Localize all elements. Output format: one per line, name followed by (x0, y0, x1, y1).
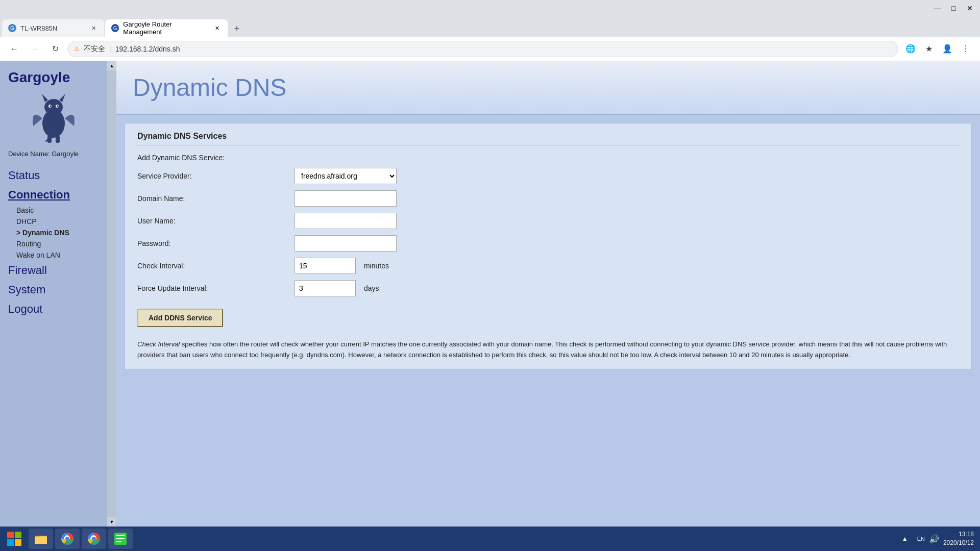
svg-marker-3 (59, 94, 65, 102)
tab-close-1[interactable]: ✕ (89, 23, 98, 33)
tab-title-2: Gargoyle Router Management (123, 20, 208, 36)
sidebar-item-connection[interactable]: Connection (0, 185, 107, 205)
nav-bar: ← → ↻ ⚠ 不安全 | 192.168.1.2/ddns.sh 🌐 ★ 👤 … (0, 37, 980, 61)
volume-icon[interactable]: 🔊 (929, 534, 939, 544)
check-interval-input[interactable]: 15 (295, 258, 356, 274)
sidebar-item-dynamic-dns[interactable]: Dynamic DNS (0, 227, 107, 238)
sidebar: ▲ ▼ Gargoyle (0, 61, 116, 527)
tab-bar: G TL-WR885N ✕ G Gargoyle Router Manageme… (0, 16, 980, 37)
force-update-label: Force Update Interval: (137, 284, 290, 292)
service-provider-row: Service Provider: freedns.afraid.org dyn… (137, 168, 959, 184)
add-service-label: Add Dynamic DNS Service: (137, 154, 290, 162)
tab-tl-wr885n[interactable]: G TL-WR885N ✕ (2, 19, 104, 37)
new-tab-button[interactable]: + (229, 20, 245, 37)
add-ddns-service-button[interactable]: Add DDNS Service (137, 309, 223, 327)
security-label: 不安全 (84, 44, 105, 54)
security-warning: ⚠ (74, 45, 80, 53)
chrome-icon-2 (87, 532, 101, 546)
domain-name-row: Domain Name: (137, 190, 959, 207)
scroll-down-arrow[interactable]: ▼ (107, 517, 116, 527)
nav-section: Status Connection Basic DHCP Dynamic DNS… (0, 164, 107, 321)
close-button[interactable]: ✕ (964, 2, 976, 14)
svg-rect-9 (56, 136, 60, 143)
green-app-button[interactable] (108, 529, 133, 549)
main-content: Dynamic DNS Dynamic DNS Services Add Dyn… (116, 61, 980, 527)
force-update-input[interactable]: 3 (295, 280, 356, 296)
page-header: Dynamic DNS (116, 61, 980, 115)
chrome-button-2[interactable] (82, 529, 106, 549)
tab-gargoyle[interactable]: G Gargoyle Router Management ✕ (105, 19, 228, 37)
password-row: Password: (137, 235, 959, 252)
sidebar-item-dhcp[interactable]: DHCP (0, 216, 107, 227)
service-provider-label: Service Provider: (137, 172, 290, 180)
translate-button[interactable]: 🌐 (902, 41, 919, 57)
tab-favicon-2: G (111, 24, 119, 32)
window-controls: — □ ✕ (931, 2, 976, 14)
username-input[interactable] (295, 213, 397, 229)
sidebar-item-routing[interactable]: Routing (0, 238, 107, 249)
taskbar-tray: ▲ EN 🔊 13:18 2020/10/12 (893, 530, 978, 547)
svg-point-7 (57, 106, 59, 107)
tab-close-2[interactable]: ✕ (213, 23, 222, 33)
address-bar[interactable]: ⚠ 不安全 | 192.168.1.2/ddns.sh (67, 41, 898, 57)
file-explorer-icon (34, 532, 48, 546)
bookmark-button[interactable]: ★ (921, 41, 937, 57)
password-label: Password: (137, 239, 290, 247)
sidebar-item-wake-on-lan[interactable]: Wake on LAN (0, 249, 107, 261)
taskbar-time: 13:18 (943, 530, 974, 539)
sidebar-item-system[interactable]: System (0, 280, 107, 299)
minimize-button[interactable]: — (931, 2, 943, 14)
sidebar-item-firewall[interactable]: Firewall (0, 261, 107, 280)
keyboard-indicator: EN (917, 536, 925, 542)
nav-actions: 🌐 ★ 👤 ⋮ (902, 41, 974, 57)
sidebar-item-basic[interactable]: Basic (0, 205, 107, 216)
sidebar-item-logout[interactable]: Logout (0, 299, 107, 319)
gargoyle-logo (26, 88, 82, 144)
start-button[interactable] (2, 529, 27, 549)
check-interval-unit: minutes (364, 262, 389, 270)
svg-point-21 (92, 537, 96, 541)
svg-point-18 (65, 537, 69, 541)
taskbar-clock[interactable]: 13:18 2020/10/12 (943, 530, 974, 547)
show-hidden-icons-button[interactable]: ▲ (897, 531, 913, 547)
file-explorer-button[interactable] (29, 529, 53, 549)
svg-marker-2 (42, 94, 48, 102)
section-title: Dynamic DNS Services (137, 132, 959, 145)
force-update-row: Force Update Interval: 3 days (137, 280, 959, 296)
green-app-icon (113, 532, 128, 546)
windows-logo-icon (6, 531, 22, 547)
password-input[interactable] (295, 235, 397, 252)
chrome-icon (60, 532, 75, 546)
svg-point-6 (50, 106, 52, 107)
service-provider-wrapper: freedns.afraid.org dyndns.com no-ip.com … (295, 168, 397, 184)
svg-rect-10 (7, 532, 14, 538)
svg-rect-11 (15, 532, 21, 538)
forward-button[interactable]: → (27, 41, 43, 57)
sidebar-item-status[interactable]: Status (0, 166, 107, 185)
info-text-body: specifies how often the router will chec… (137, 340, 947, 359)
svg-point-1 (44, 99, 63, 115)
menu-button[interactable]: ⋮ (958, 41, 974, 57)
profile-button[interactable]: 👤 (939, 41, 955, 57)
service-provider-select[interactable]: freedns.afraid.org dyndns.com no-ip.com … (295, 168, 397, 184)
username-row: User Name: (137, 213, 959, 229)
separator: | (109, 45, 111, 53)
browser-window: — □ ✕ G TL-WR885N ✕ G Gargoyle Router Ma… (0, 0, 980, 551)
page-title: Dynamic DNS (133, 73, 964, 102)
maximize-button[interactable]: □ (947, 2, 960, 14)
app-title: Gargoyle (8, 69, 70, 86)
username-label: User Name: (137, 217, 290, 225)
check-interval-row: Check Interval: 15 minutes (137, 258, 959, 274)
domain-name-input[interactable] (295, 190, 397, 207)
reload-button[interactable]: ↻ (47, 41, 63, 57)
taskbar: ▲ EN 🔊 13:18 2020/10/12 (0, 527, 980, 551)
scroll-up-arrow[interactable]: ▲ (107, 61, 116, 70)
svg-rect-25 (116, 541, 121, 542)
domain-name-label: Domain Name: (137, 194, 290, 203)
svg-rect-23 (116, 535, 125, 536)
back-button[interactable]: ← (6, 41, 22, 57)
chrome-button[interactable] (55, 529, 80, 549)
svg-rect-15 (35, 537, 47, 544)
svg-rect-12 (7, 539, 14, 546)
svg-rect-24 (116, 538, 125, 539)
